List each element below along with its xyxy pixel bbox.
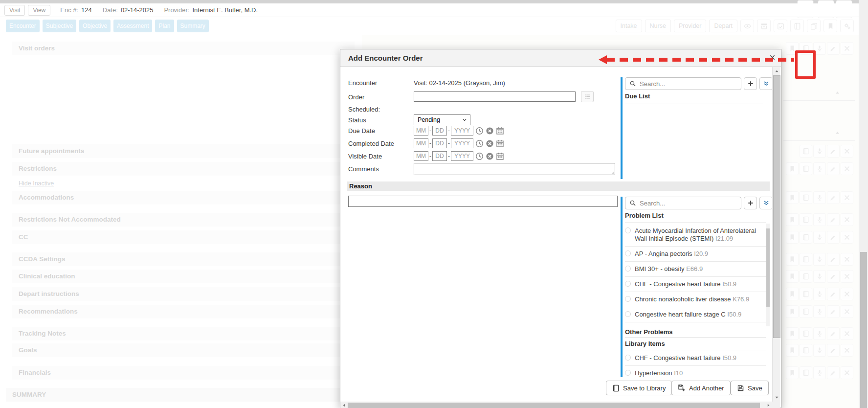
page-scrollbar[interactable] xyxy=(859,0,868,408)
visible-date-label: Visible Date xyxy=(348,153,414,160)
clear-date-icon[interactable] xyxy=(486,127,494,135)
dialog-title: Add Encounter Order xyxy=(348,54,423,62)
completed-date-year-input[interactable]: YYYY xyxy=(451,138,473,148)
save-to-library-button[interactable]: Save to Library xyxy=(606,381,672,395)
vertical-scroll-thumb[interactable] xyxy=(773,75,780,338)
resize-handle-icon[interactable] xyxy=(609,169,615,175)
save-button[interactable]: Save xyxy=(731,381,769,395)
view-tab[interactable]: View xyxy=(28,5,50,16)
problem-list-scrollbar[interactable] xyxy=(766,224,770,326)
calendar-icon[interactable] xyxy=(496,127,504,135)
scroll-right-arrow[interactable] xyxy=(765,402,772,408)
radio-button[interactable] xyxy=(625,296,631,302)
clock-icon[interactable] xyxy=(475,152,484,160)
problem-list-scroll-thumb[interactable] xyxy=(766,228,770,307)
due-list-header: Due List xyxy=(625,92,650,100)
radio-button[interactable] xyxy=(625,227,631,233)
status-label: Status xyxy=(348,116,366,124)
search-placeholder: Search... xyxy=(640,80,665,88)
add-another-label: Add Another xyxy=(689,385,724,392)
search-icon xyxy=(629,200,636,206)
problem-code: I10 xyxy=(674,369,683,377)
reason-input[interactable] xyxy=(348,196,618,207)
annotation-arrow xyxy=(606,58,794,62)
problem-list-item[interactable]: Hypertension I10 xyxy=(625,366,766,381)
reason-title: Reason xyxy=(349,182,372,190)
due-date-label: Due Date xyxy=(348,127,414,135)
problem-label: Hypertension I10 xyxy=(635,369,683,377)
accent-bar xyxy=(621,197,623,377)
reason-search-input[interactable]: Search... xyxy=(625,197,741,209)
comments-textarea[interactable] xyxy=(414,163,615,175)
scroll-up-arrow[interactable] xyxy=(773,67,781,75)
save-to-library-label: Save to Library xyxy=(623,385,666,392)
visible-date-month-input[interactable]: MM xyxy=(414,151,428,161)
calendar-icon[interactable] xyxy=(496,152,504,160)
add-problem-button[interactable] xyxy=(744,197,757,209)
problem-list-item[interactable]: CHF - Congestive heart failure I50.9 xyxy=(625,351,766,366)
due-search-input[interactable]: Search... xyxy=(625,77,741,90)
problem-label: Chronic nonalcoholic liver disease K76.9 xyxy=(635,295,749,303)
problem-list-item[interactable]: AP - Angina pectoris I20.9 xyxy=(625,247,766,262)
problem-code: I21.09 xyxy=(715,235,733,242)
date-separator: - xyxy=(448,153,450,159)
visible-date-year-input[interactable]: YYYY xyxy=(451,151,473,161)
visit-tab[interactable]: Visit xyxy=(4,5,25,16)
clear-date-icon[interactable] xyxy=(486,152,494,160)
problem-label: AP - Angina pectoris I20.9 xyxy=(635,250,708,258)
problem-code: I50.9 xyxy=(722,280,736,288)
problem-list-item[interactable]: Congestive heart failure stage C I50.9 xyxy=(625,307,766,322)
add-another-button[interactable]: Add Another xyxy=(671,381,731,395)
add-due-item-button[interactable] xyxy=(744,77,757,90)
due-date-month-input[interactable]: MM xyxy=(414,126,428,136)
date-separator: - xyxy=(429,127,431,134)
reason-search-row: Search... xyxy=(625,197,773,209)
annotation-highlight-box xyxy=(795,50,816,79)
problem-list-item[interactable]: Chronic nonalcoholic liver disease K76.9 xyxy=(625,292,766,307)
radio-button[interactable] xyxy=(625,370,631,376)
divider xyxy=(625,350,766,350)
date-separator: - xyxy=(448,140,450,147)
problem-label: BMI 30+ - obesity E66.9 xyxy=(635,265,703,273)
problem-list-item[interactable]: Coronary Atherosclerosis of Native Coron… xyxy=(625,322,766,326)
page-scroll-thumb[interactable] xyxy=(860,252,867,408)
due-date-row: Due Date MM- DD- YYYY xyxy=(348,125,504,136)
expand-problem-list-button[interactable] xyxy=(759,197,773,209)
problem-list-item[interactable]: BMI 30+ - obesity E66.9 xyxy=(625,262,766,277)
due-date-year-input[interactable]: YYYY xyxy=(451,126,473,136)
problem-code: I50.9 xyxy=(727,311,741,318)
clock-icon[interactable] xyxy=(475,127,484,135)
order-lookup-button[interactable] xyxy=(581,91,594,102)
horizontal-scroll-thumb[interactable] xyxy=(348,403,760,408)
scroll-left-arrow[interactable] xyxy=(340,402,347,408)
problem-code: I20.9 xyxy=(694,250,708,257)
radio-button[interactable] xyxy=(625,250,631,256)
completed-date-month-input[interactable]: MM xyxy=(414,138,428,148)
add-encounter-order-dialog: Add Encounter Order Encounter Visit: 02-… xyxy=(340,49,781,408)
clock-icon[interactable] xyxy=(475,139,484,148)
scroll-down-arrow[interactable] xyxy=(773,393,781,402)
visible-date-day-input[interactable]: DD xyxy=(432,151,447,161)
order-input[interactable] xyxy=(414,91,576,102)
problem-list-item[interactable]: Acute Myocardial Infarction of Anterolat… xyxy=(625,224,766,247)
problem-list-item[interactable]: CHF - Congestive heart failure I50.9 xyxy=(625,277,766,292)
expand-due-list-button[interactable] xyxy=(759,77,773,90)
ehr-visit-page: Visit View Enc #: 124 Date: 02-14-2025 P… xyxy=(0,0,868,408)
radio-button[interactable] xyxy=(625,311,631,317)
plus-icon xyxy=(747,80,754,87)
completed-date-day-input[interactable]: DD xyxy=(432,138,447,148)
other-problems-header: Other Problems xyxy=(625,328,673,336)
radio-button[interactable] xyxy=(625,266,631,272)
divider xyxy=(625,104,763,104)
radio-button[interactable] xyxy=(625,355,631,361)
due-date-day-input[interactable]: DD xyxy=(432,126,447,136)
calendar-icon[interactable] xyxy=(496,139,504,148)
problem-label: Acute Myocardial Infarction of Anterolat… xyxy=(635,227,766,243)
radio-button[interactable] xyxy=(625,281,631,287)
clear-date-icon[interactable] xyxy=(486,139,494,148)
dialog-vertical-scrollbar[interactable] xyxy=(772,67,780,402)
dialog-horizontal-scrollbar[interactable] xyxy=(340,402,772,408)
status-value: Pending xyxy=(418,116,440,123)
status-select[interactable]: Pending xyxy=(414,114,470,125)
completed-date-row: Completed Date MM- DD- YYYY xyxy=(348,138,504,149)
